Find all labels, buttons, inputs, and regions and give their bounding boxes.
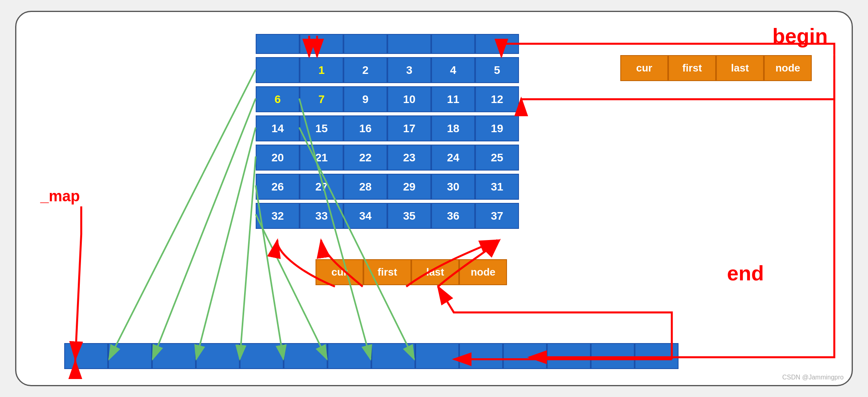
cell-11: 11 [431, 86, 475, 112]
cell-36: 36 [431, 203, 475, 229]
cell-4: 4 [431, 57, 475, 83]
cell-31: 31 [475, 174, 519, 200]
map-cell-9 [415, 343, 459, 369]
row-top [256, 34, 519, 54]
cell-17: 17 [387, 115, 431, 141]
cell-10: 10 [387, 86, 431, 112]
cell-20: 20 [256, 145, 300, 171]
grid-row-6: 32 33 34 35 36 37 [256, 203, 519, 229]
cell-23: 23 [387, 145, 431, 171]
vars-top: cur first last node [620, 55, 812, 81]
var-last-top: last [716, 55, 764, 81]
cell-empty [475, 34, 519, 54]
var-first-bottom: first [363, 259, 411, 285]
cell-29: 29 [387, 174, 431, 200]
map-cell-6 [284, 343, 327, 369]
cell-28: 28 [343, 174, 387, 200]
var-node-bottom: node [459, 259, 507, 285]
cell-33: 33 [300, 203, 343, 229]
cell-24: 24 [431, 145, 475, 171]
cell-9: 9 [343, 86, 387, 112]
grid-row-3: 14 15 16 17 18 19 [256, 115, 519, 141]
grid-row-5: 26 27 28 29 30 31 [256, 174, 519, 200]
map-cell-1 [64, 343, 108, 369]
cell-5: 5 [475, 57, 519, 83]
map-cell-13 [591, 343, 635, 369]
cell-37: 37 [475, 203, 519, 229]
cell-16: 16 [343, 115, 387, 141]
cell-22: 22 [343, 145, 387, 171]
var-first-top: first [668, 55, 716, 81]
cell-empty [387, 34, 431, 54]
cell-15: 15 [300, 115, 343, 141]
map-cell-2 [108, 343, 152, 369]
cell-30: 30 [431, 174, 475, 200]
end-label: end [727, 261, 764, 285]
cell-19: 19 [475, 115, 519, 141]
cell-12: 12 [475, 86, 519, 112]
cell-empty [256, 34, 300, 54]
cell-21: 21 [300, 145, 343, 171]
grid-row-2: 6 7 9 10 11 12 [256, 86, 519, 112]
svg-line-6 [153, 99, 256, 359]
watermark: CSDN @Jammingpro [782, 374, 844, 381]
map-cell-11 [503, 343, 547, 369]
svg-line-5 [109, 69, 256, 359]
cell-18: 18 [431, 115, 475, 141]
cell-25: 25 [475, 145, 519, 171]
vars-bottom: cur first last node [316, 259, 507, 285]
svg-line-10 [256, 214, 327, 359]
cell-2: 2 [343, 57, 387, 83]
map-cell-8 [371, 343, 415, 369]
begin-label: begin [772, 24, 828, 48]
cell-26: 26 [256, 174, 300, 200]
cell-1: 1 [300, 57, 343, 83]
cell-empty [431, 34, 475, 54]
cell-3: 3 [387, 57, 431, 83]
var-cur-bottom: cur [316, 259, 363, 285]
cell-14: 14 [256, 115, 300, 141]
cell-empty [300, 34, 343, 54]
main-container: begin _map end 1 2 3 4 5 6 7 9 10 [15, 11, 853, 386]
cell-34: 34 [343, 203, 387, 229]
var-node-top: node [764, 55, 812, 81]
map-cell-10 [459, 343, 503, 369]
var-last-bottom: last [411, 259, 459, 285]
map-cell-5 [240, 343, 284, 369]
map-row [64, 343, 679, 369]
map-cell-12 [547, 343, 591, 369]
grid-row-1: 1 2 3 4 5 [256, 57, 519, 83]
svg-line-7 [196, 127, 256, 359]
map-cell-7 [327, 343, 371, 369]
cell-empty [343, 34, 387, 54]
grid-row-4: 20 21 22 23 24 25 [256, 145, 519, 171]
map-cell-4 [196, 343, 240, 369]
map-label: _map [40, 188, 80, 205]
cell-35: 35 [387, 203, 431, 229]
cell-empty [256, 57, 300, 83]
cell-32: 32 [256, 203, 300, 229]
cell-6: 6 [256, 86, 300, 112]
map-cell-14 [635, 343, 679, 369]
cell-7: 7 [300, 86, 343, 112]
grid-area: 1 2 3 4 5 6 7 9 10 11 12 14 15 16 17 18 … [256, 34, 519, 232]
var-cur-top: cur [620, 55, 668, 81]
map-cell-3 [152, 343, 196, 369]
svg-line-8 [240, 157, 256, 359]
cell-27: 27 [300, 174, 343, 200]
